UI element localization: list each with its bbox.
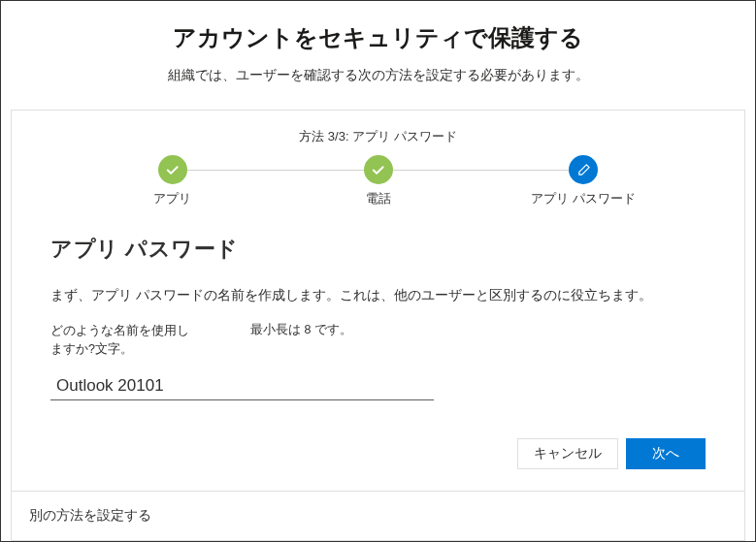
page-title: アカウントをセキュリティで保護する — [1, 22, 755, 53]
section-title: アプリ パスワード — [50, 235, 706, 264]
stepper-section: 方法 3/3: アプリ パスワード アプリ — [12, 111, 744, 215]
app-password-name-input[interactable] — [50, 372, 434, 400]
step-phone-label: 電話 — [366, 190, 391, 207]
cancel-button[interactable]: キャンセル — [517, 438, 618, 469]
step-counter: 方法 3/3: アプリ パスワード — [12, 128, 744, 145]
page-container: アカウントをセキュリティで保護する 組織では、ユーザーを確認する次の方法を設定す… — [1, 1, 755, 541]
name-field-label: どのような名前を使用しますか?文字。 — [50, 322, 196, 359]
step-phone: 電話 — [276, 155, 481, 207]
alt-method-link[interactable]: 別の方法を設定する — [29, 508, 151, 523]
header: アカウントをセキュリティで保護する 組織では、ユーザーを確認する次の方法を設定す… — [1, 1, 755, 90]
next-button[interactable]: 次へ — [626, 438, 706, 469]
step-app-password-circle — [569, 155, 598, 184]
button-row: キャンセル 次へ — [12, 421, 744, 491]
pencil-icon — [576, 163, 591, 177]
page-subtitle: 組織では、ユーザーを確認する次の方法を設定する必要があります。 — [1, 67, 755, 84]
step-connector — [393, 170, 570, 171]
step-app-password-label: アプリ パスワード — [531, 190, 636, 207]
check-icon — [165, 163, 180, 177]
step-connector — [187, 170, 364, 171]
form-content: アプリ パスワード まず、アプリ パスワードの名前を作成します。これは、他のユー… — [12, 215, 744, 421]
form-description: まず、アプリ パスワードの名前を作成します。これは、他のユーザーと区別するのに役… — [50, 287, 706, 304]
check-icon — [371, 163, 385, 177]
wizard-card: 方法 3/3: アプリ パスワード アプリ — [11, 110, 745, 541]
card-footer: 別の方法を設定する — [12, 491, 744, 540]
min-length-hint: 最小長は 8 です。 — [250, 322, 352, 359]
step-app-label: アプリ — [153, 190, 191, 207]
step-app-password: アプリ パスワード — [480, 155, 686, 207]
field-labels-row: どのような名前を使用しますか?文字。 最小長は 8 です。 — [50, 322, 706, 359]
step-app-circle — [158, 155, 187, 184]
step-phone-circle — [364, 155, 393, 184]
stepper: アプリ 電話 — [12, 155, 744, 207]
step-app: アプリ — [70, 155, 276, 207]
